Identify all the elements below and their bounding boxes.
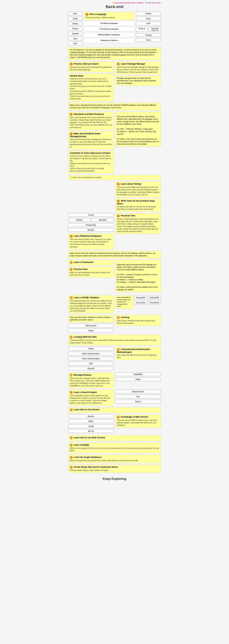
practice-text: Excercise and make some command line app… — [70, 66, 112, 71]
msg-left: 16 Message Brokers Learn about the messa… — [68, 372, 114, 388]
auth-title: 15 Authentication/Authorization Methodol… — [117, 348, 159, 354]
lang-clojure: Clojure — [68, 27, 82, 30]
search-right: ElasticSearch Solr Sphinx — [115, 390, 161, 406]
enterprisey-label: Enterprisey Options — [86, 39, 133, 42]
caching-section: Once you have learnt, implement caching … — [68, 315, 161, 333]
graphdb-text: Again not required but you should have a… — [70, 459, 159, 462]
standards-text: Each of the language has its own standar… — [70, 116, 112, 129]
github-link[interactable]: ⭐ kamranahmedse/developer-roadmap — [111, 2, 143, 4]
search-solr: Solr — [115, 395, 161, 398]
nosql-box: 12 Learn a NoSQL Database First understa… — [68, 295, 114, 314]
graphql-title: 21 Learn GraphQL — [70, 444, 159, 446]
search-text: As the application grows, simple queries… — [70, 394, 112, 404]
webservers-left: Apache Nginx Caddy MS IIS — [68, 414, 114, 434]
center-language-boxes: 1 Pick a Language There are myriads of d… — [84, 12, 134, 46]
opensource-item-3: Look into the open issues and try to res… — [70, 167, 112, 170]
auth-right: 15 Authentication/Authorization Methodol… — [115, 347, 161, 371]
docker-section: 18 Learn How to Use Docker — [68, 407, 161, 413]
graphdb-title: 22 Look into Graph Databases — [70, 456, 159, 459]
beginner-note: For the beginners, if you are just getti… — [68, 48, 161, 60]
mongo-note: Learn MongoDB for now but make sure to l… — [115, 295, 134, 309]
cache-redis: Redis — [68, 329, 114, 332]
misc-box: 23 All the things that weren't mentioned… — [68, 464, 161, 473]
lang-typescript: TypeScript (Optional) — [149, 27, 161, 32]
multiparadigm-label: Multiparadigm Languages — [86, 34, 133, 36]
webserver-nodes: Apache Nginx Caddy MS IIS — [68, 414, 114, 434]
auth-section: OAuth Basic Authentication Token Authent… — [68, 347, 161, 371]
step2-section: 2 Practice what you learnt Excercise and… — [68, 61, 161, 101]
step4-section: 4 Standards and Best Practices Each of t… — [68, 112, 161, 174]
coverage-note: 💡 Learn how to calculate test coverage — [68, 175, 161, 180]
msg-section: 16 Message Brokers Learn about the messa… — [68, 372, 161, 388]
lang-elixir: Elixir — [68, 12, 82, 15]
practical2-title: 11 Practical time — [70, 268, 112, 271]
lang-erlang: Erlang — [68, 22, 82, 25]
webservers-text: There are several different options here… — [117, 419, 159, 426]
webservers-section: Apache Nginx Caddy MS IIS 19 Knowledge o… — [68, 414, 161, 434]
auth-basic: Basic Authentication — [68, 352, 114, 355]
nosql-text: First understand they are, how they are … — [70, 300, 112, 312]
docker-title: 18 Learn How to Use Docker — [70, 408, 159, 411]
graphql-section: 21 Learn GraphQL While it is not require… — [68, 442, 161, 453]
framework-box: 10 Learn a Framework — [68, 260, 114, 266]
caching-title: 13 Caching — [117, 316, 159, 319]
sample-ideas-title: Sample Ideas — [70, 74, 112, 77]
msg-title: 16 Message Brokers — [70, 374, 112, 376]
db-mysql: MySQL — [68, 218, 90, 222]
db-postgresql: PostgreSQL — [68, 223, 114, 227]
left-language-nodes: Elixir Scala Erlang Clojure Haskell Java… — [68, 12, 82, 46]
webservers-title: 19 Knowledge of Web Servers — [117, 416, 159, 418]
search-section: 17 Learn a Search Engine As the applicat… — [68, 390, 161, 406]
lang-golang: Golang — [136, 33, 161, 37]
sample-item-5: Think of some task that you do every day… — [70, 95, 112, 100]
websockets-box: 20 Learn how to use Web Sockets — [68, 435, 161, 441]
msg-rabbitmq: RabbitMQ — [115, 372, 161, 376]
testing-title: 6 Learn about Testing — [117, 183, 159, 186]
misc-section: 23 All the things that weren't mentioned… — [68, 464, 161, 473]
step2-left: 2 Practice what you learnt Excercise and… — [68, 61, 114, 101]
pkg-note: Package managers help you bring external… — [115, 76, 161, 86]
sample-ideas-box: Sample Ideas Implement some command that… — [68, 73, 114, 101]
caching-text: Learn how to implement app level caching… — [117, 320, 159, 324]
db-left: Oracle MySQL MariaDB PostgreSQL MSSQL 8 … — [68, 213, 114, 250]
twitter-link[interactable]: 🐦 kamranahmedse — [145, 2, 161, 4]
footer-title: Keep Exploring — [68, 474, 161, 484]
practical-box: 9 Practical Time Create a simple applica… — [115, 213, 161, 234]
db-mssql: MSSQL — [68, 228, 114, 232]
nosql-grid: MongoDB RethinkDB Cassondra Couchbase — [134, 296, 161, 305]
enterprisey-box: Enterprisey Options — [84, 38, 134, 43]
lang-java: Java — [68, 37, 82, 40]
nodejs-row: Node.js TypeScript (Optional) — [136, 27, 161, 32]
write-tests-box: 7 Write Tests for the practical steps ab… — [115, 198, 161, 212]
db-cassondra: Cassondra — [134, 301, 147, 304]
lang-ruby: Ruby — [136, 17, 161, 20]
graphql-text: While it is not required, feel free to h… — [70, 447, 159, 452]
lang-php: PHP — [136, 22, 161, 25]
nosql-db-section: Learn MongoDB for now but make sure to l… — [115, 295, 161, 310]
framework-note: Depending upon the project and the langu… — [115, 260, 161, 292]
lang-python: Python — [136, 12, 161, 15]
search-elasticsearch: ElasticSearch — [115, 390, 161, 393]
scripting-label: Scripting Languages — [86, 22, 133, 24]
pick-language-text: There are myriads of different options — [86, 16, 133, 19]
auth-nodes: OAuth Basic Authentication Token Authent… — [68, 347, 114, 371]
search-left: 17 Learn a Search Engine As the applicat… — [68, 390, 114, 406]
scripting-languages-box: Scripting Languages — [84, 21, 134, 26]
misc-title: 23 All the things that weren't mentioned… — [70, 466, 159, 469]
msg-right: RabbitMQ Kafka — [115, 372, 161, 388]
nosql-left: 12 Learn a NoSQL Database First understa… — [68, 295, 114, 314]
framework-section: 10 Learn a Framework 11 Practical time M… — [68, 260, 161, 294]
top-language-section: Elixir Scala Erlang Clojure Haskell Java… — [68, 12, 161, 46]
header-links: ⭐ kamranahmedse/developer-roadmap 🐦 kamr… — [68, 2, 161, 4]
graphdb-section: 22 Look into Graph Databases Again not r… — [68, 455, 161, 463]
auth-text: Learn about the differences and how to i… — [117, 354, 159, 359]
lang-haskell: Haskell — [68, 32, 82, 35]
pkg-manager-text: Learn how to use package manager for the… — [117, 66, 159, 74]
standards-title: 4 Standards and Best Practices — [70, 113, 112, 116]
lang-dotnet: .NET — [68, 42, 82, 45]
testing-box: 6 Learn about Testing There are several … — [115, 182, 161, 197]
db-rethinkdb: RethinkDB — [148, 296, 161, 299]
misc-text: Profiling, Static Analysis, DDD, SOAP. G… — [70, 469, 159, 472]
step6-left — [68, 182, 114, 212]
webservers-box: 19 Knowledge of Web Servers There are se… — [115, 414, 161, 428]
